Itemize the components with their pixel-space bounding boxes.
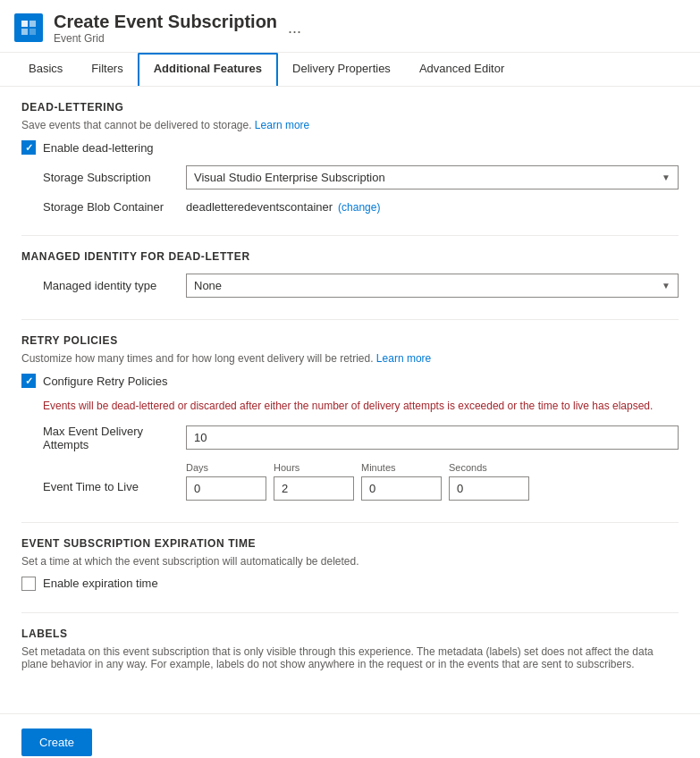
storage-subscription-arrow-icon: ▼ <box>662 173 670 182</box>
enable-expiration-checkbox-row[interactable]: Enable expiration time <box>21 577 679 591</box>
labels-section: LABELS Set metadata on this event subscr… <box>21 627 679 670</box>
days-label: Days <box>186 462 266 473</box>
labels-desc: Set metadata on this event subscription … <box>21 645 679 670</box>
retry-policies-title: RETRY POLICIES <box>21 334 679 347</box>
minutes-input-group: Minutes <box>361 462 442 501</box>
section-divider-2 <box>21 319 679 320</box>
page-title: Create Event Subscription <box>54 11 277 32</box>
retry-policies-desc: Customize how many times and for how lon… <box>21 352 679 365</box>
svg-rect-0 <box>21 21 28 27</box>
managed-identity-type-row: Managed identity type None ▼ <box>21 274 679 298</box>
event-time-label: Event Time to Live <box>43 462 186 493</box>
more-options-button[interactable]: ... <box>288 19 301 38</box>
storage-blob-container-label: Storage Blob Container <box>43 200 186 214</box>
svg-rect-2 <box>21 29 28 35</box>
tab-additional-features[interactable]: Additional Features <box>138 53 278 86</box>
max-delivery-attempts-row: Max Event Delivery Attempts <box>21 425 679 451</box>
configure-retry-label: Configure Retry Policies <box>43 375 167 388</box>
tab-delivery-properties[interactable]: Delivery Properties <box>278 53 405 86</box>
expiration-section: EVENT SUBSCRIPTION EXPIRATION TIME Set a… <box>21 537 679 591</box>
storage-blob-container-value: deadletteredeventscontainer <box>186 200 333 214</box>
section-divider-4 <box>21 612 679 613</box>
storage-subscription-label: Storage Subscription <box>43 171 186 184</box>
enable-dead-lettering-checkbox[interactable] <box>21 140 36 155</box>
managed-identity-arrow-icon: ▼ <box>662 281 670 291</box>
max-delivery-input[interactable] <box>186 425 679 450</box>
managed-identity-title: MANAGED IDENTITY FOR DEAD-LETTER <box>21 250 679 263</box>
seconds-input[interactable] <box>449 476 529 501</box>
page-footer: Create <box>0 713 700 758</box>
minutes-input[interactable] <box>361 476 442 501</box>
enable-dead-lettering-checkbox-row[interactable]: Enable dead-lettering <box>21 140 679 155</box>
dead-lettering-section: DEAD-LETTERING Save events that cannot b… <box>21 101 679 214</box>
tab-bar: Basics Filters Additional Features Deliv… <box>0 53 700 87</box>
days-input[interactable] <box>186 476 266 501</box>
enable-expiration-label: Enable expiration time <box>43 577 158 590</box>
tab-advanced-editor[interactable]: Advanced Editor <box>405 53 519 86</box>
change-blob-container-link[interactable]: (change) <box>338 201 380 214</box>
page-subtitle: Event Grid <box>54 32 277 45</box>
event-grid-icon <box>14 13 43 42</box>
hours-input-group: Hours <box>274 462 354 501</box>
enable-dead-lettering-label: Enable dead-lettering <box>43 141 154 155</box>
seconds-input-group: Seconds <box>449 462 529 501</box>
retry-policies-learn-more[interactable]: Learn more <box>376 352 431 365</box>
tab-filters[interactable]: Filters <box>77 53 137 86</box>
retry-policies-section: RETRY POLICIES Customize how many times … <box>21 334 679 501</box>
minutes-label: Minutes <box>361 462 442 473</box>
managed-identity-type-dropdown[interactable]: None ▼ <box>186 274 679 298</box>
days-input-group: Days <box>186 462 266 501</box>
managed-identity-type-label: Managed identity type <box>43 279 186 292</box>
enable-expiration-checkbox[interactable] <box>21 577 36 591</box>
dead-lettering-title: DEAD-LETTERING <box>21 101 679 114</box>
expiration-desc: Set a time at which the event subscripti… <box>21 555 679 568</box>
event-time-to-live-row: Event Time to Live Days Hours Minutes Se… <box>21 462 679 501</box>
svg-rect-3 <box>30 29 36 35</box>
main-content: DEAD-LETTERING Save events that cannot b… <box>0 87 700 706</box>
storage-blob-container-row: Storage Blob Container deadletteredevent… <box>21 200 679 214</box>
retry-info-text: Events will be dead-lettered or discarde… <box>43 400 653 412</box>
storage-subscription-row: Storage Subscription Visual Studio Enter… <box>21 165 679 190</box>
managed-identity-type-value: None <box>194 279 222 292</box>
tab-basics[interactable]: Basics <box>14 53 77 86</box>
section-divider-3 <box>21 522 679 523</box>
dead-lettering-learn-more[interactable]: Learn more <box>255 119 309 131</box>
storage-subscription-value: Visual Studio Enterprise Subscription <box>194 171 385 184</box>
expiration-title: EVENT SUBSCRIPTION EXPIRATION TIME <box>21 537 679 550</box>
configure-retry-checkbox-row[interactable]: Configure Retry Policies <box>21 374 679 388</box>
seconds-label: Seconds <box>449 462 529 473</box>
managed-identity-type-control: None ▼ <box>186 274 679 298</box>
configure-retry-checkbox[interactable] <box>21 374 36 388</box>
retry-info-container: Events will be dead-lettered or discarde… <box>21 399 679 414</box>
hours-label: Hours <box>274 462 354 473</box>
managed-identity-section: MANAGED IDENTITY FOR DEAD-LETTER Managed… <box>21 250 679 298</box>
time-inputs-container: Days Hours Minutes Seconds <box>186 462 679 501</box>
page-header: Create Event Subscription Event Grid ... <box>0 0 700 53</box>
create-button[interactable]: Create <box>21 729 92 756</box>
svg-rect-1 <box>30 21 36 27</box>
header-title-group: Create Event Subscription Event Grid <box>54 11 277 45</box>
section-divider-1 <box>21 235 679 236</box>
storage-subscription-dropdown[interactable]: Visual Studio Enterprise Subscription ▼ <box>186 165 679 190</box>
max-delivery-label: Max Event Delivery Attempts <box>43 425 186 451</box>
dead-lettering-desc: Save events that cannot be delivered to … <box>21 119 679 131</box>
storage-subscription-select[interactable]: Visual Studio Enterprise Subscription ▼ <box>186 165 679 190</box>
labels-title: LABELS <box>21 627 679 640</box>
hours-input[interactable] <box>274 476 354 501</box>
